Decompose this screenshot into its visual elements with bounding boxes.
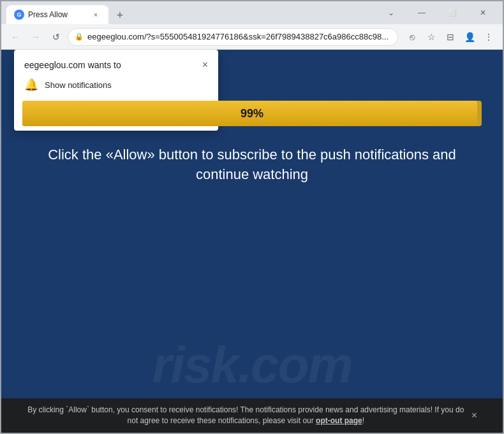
more-button[interactable]: ⋮ [480,28,498,46]
active-tab[interactable]: G Press Allow × [6,5,108,24]
maximize-icon [448,8,456,17]
consent-bar: By clicking `Allow` button, you consent … [1,398,503,433]
sidebar-button[interactable]: ⊟ [441,28,459,46]
more-icon: ⋮ [484,32,493,42]
main-message-line1: Click the «Allow» button to subscribe to… [48,147,456,163]
title-bar: G Press Allow × + ⌄ [1,1,503,24]
minimize-icon [418,8,426,17]
reload-button[interactable]: ↺ [47,28,65,46]
chevron-down-button[interactable]: ⌄ [376,3,406,23]
main-message: Click the «Allow» button to subscribe to… [35,145,469,185]
address-text: eegeeglou.com/?s=555005481924776186&ssk=… [87,32,391,41]
bell-icon: 🔔 [24,78,38,92]
progress-text: 99% [241,107,263,120]
page-content: eegeeglou.com wants to × 🔔 Show notifica… [1,50,503,433]
back-button[interactable]: ← [6,28,24,46]
tab-favicon: G [14,10,24,20]
permission-label: Show notifications [45,80,112,90]
popup-site-name: eegeeglou.com wants to [24,60,121,70]
maximize-button[interactable] [438,3,467,23]
popup-close-button[interactable]: × [202,60,208,70]
share-icon: ⎋ [410,32,415,42]
new-tab-button[interactable]: + [111,6,129,24]
tab-title: Press Allow [28,10,87,19]
browser-window: G Press Allow × + ⌄ ← → ↺ [0,0,504,434]
forward-icon: → [31,32,40,42]
close-button[interactable] [468,3,498,23]
address-box[interactable]: 🔒 eegeeglou.com/?s=555005481924776186&ss… [68,28,398,46]
tab-bar: G Press Allow × + [6,1,371,24]
consent-text-before: By clicking `Allow` button, you consent … [27,405,464,425]
consent-close-button[interactable]: × [471,410,477,421]
address-bar-row: ← → ↺ 🔒 eegeeglou.com/?s=555005481924776… [1,24,503,50]
tab-close-button[interactable]: × [91,10,101,20]
profile-icon: 👤 [464,32,475,42]
consent-text-after: ! [362,416,364,425]
share-button[interactable]: ⎋ [403,28,421,46]
back-icon: ← [11,32,20,42]
main-message-line2: continue watching [196,166,308,182]
close-icon [480,8,486,17]
progress-bar-container: 99% [22,101,482,126]
sidebar-icon: ⊟ [447,32,454,42]
popup-permission-row: 🔔 Show notifications [24,78,208,92]
minimize-button[interactable] [407,3,436,23]
forward-button[interactable]: → [27,28,45,46]
lock-icon: 🔒 [75,33,84,41]
consent-text: By clicking `Allow` button, you consent … [27,405,465,426]
window-controls: ⌄ [376,3,498,23]
bookmark-button[interactable]: ☆ [422,28,440,46]
star-icon: ☆ [427,32,436,42]
toolbar-actions: ⎋ ☆ ⊟ 👤 ⋮ [403,28,498,46]
popup-header: eegeeglou.com wants to × [24,60,208,70]
profile-button[interactable]: 👤 [461,28,478,46]
reload-icon: ↺ [52,32,60,42]
opt-out-link[interactable]: opt-out page [316,416,362,425]
watermark: risk.com [152,336,352,394]
